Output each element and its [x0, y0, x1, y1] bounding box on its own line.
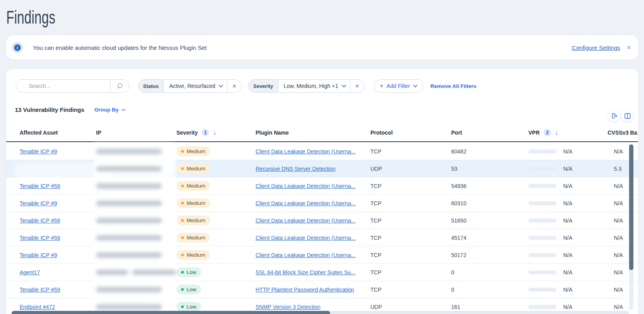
port-value: 0	[451, 269, 528, 276]
column-header-port[interactable]: Port	[451, 130, 528, 136]
column-header-severity[interactable]: Severity 1 ↓	[176, 129, 256, 136]
asset-link[interactable]: Tenable ICP #9	[20, 148, 57, 155]
sort-desc-arrow-icon[interactable]: ↓	[213, 129, 216, 136]
severity-filter-remove-icon[interactable]: ✕	[350, 80, 364, 92]
remove-all-filters-link[interactable]: Remove All Filters	[430, 83, 476, 89]
banner-message: You can enable automatic cloud updates f…	[33, 44, 207, 51]
search-input[interactable]	[16, 83, 110, 89]
severity-dot-icon	[181, 305, 184, 308]
asset-link[interactable]: Tenable ICP #59	[20, 217, 60, 224]
vpr-cell: N/A	[528, 200, 608, 206]
plugin-link[interactable]: Client Data Leakage Detection (Userna...	[256, 252, 356, 258]
asset-link[interactable]: Agent17	[20, 269, 40, 276]
protocol-value: TCP	[370, 217, 451, 224]
plugin-link[interactable]: SNMP Version 3 Detection	[256, 304, 321, 310]
column-header-affected-asset[interactable]: Affected Asset	[20, 130, 96, 136]
protocol-value: TCP	[370, 183, 451, 189]
table-row[interactable]: Medium Recursive DNS Server Detection UD…	[6, 160, 638, 177]
column-header-protocol[interactable]: Protocol	[370, 130, 451, 136]
table-actions	[608, 110, 633, 122]
vpr-value: N/A	[563, 166, 572, 172]
info-banner: i You can enable automatic cloud updates…	[6, 35, 638, 60]
vpr-value: N/A	[563, 269, 572, 276]
asset-link[interactable]: Tenable ICP #59	[20, 183, 60, 189]
table-header: Affected Asset IP Severity 1 ↓ Plugin Na…	[6, 124, 638, 142]
protocol-value: TCP	[370, 287, 451, 293]
protocol-value: TCP	[370, 252, 451, 258]
sort-desc-arrow-icon[interactable]: ↓	[555, 129, 558, 136]
plugin-link[interactable]: Client Data Leakage Detection (Userna...	[256, 235, 356, 241]
vpr-value: N/A	[563, 200, 572, 206]
protocol-value: TCP	[370, 269, 451, 276]
table-row[interactable]: Agent17 Low SSL 64-bit Block Size Cipher…	[6, 264, 638, 281]
add-filter-button[interactable]: + Add Filter	[374, 79, 423, 93]
export-icon[interactable]	[608, 110, 620, 122]
plugin-link[interactable]: Recursive DNS Server Detection	[256, 166, 336, 172]
plugin-link[interactable]: Client Data Leakage Detection (Userna...	[256, 183, 356, 189]
columns-icon[interactable]	[622, 110, 633, 122]
group-by-dropdown[interactable]: Group By	[94, 107, 125, 113]
status-filter-label: Status	[138, 80, 164, 92]
plugin-link[interactable]: Client Data Leakage Detection (Userna...	[256, 148, 356, 155]
table-row[interactable]: Tenable ICP #59 Medium Client Data Leaka…	[6, 229, 638, 246]
search-icon[interactable]	[111, 80, 129, 92]
chevron-down-icon	[122, 109, 125, 111]
severity-badge: Medium	[176, 164, 210, 173]
plugin-link[interactable]: SSL 64-bit Block Size Cipher Suites Su..…	[256, 269, 356, 276]
column-header-cvssv3[interactable]: CVSSv3 Ba	[608, 130, 638, 136]
vertical-scrollbar-thumb[interactable]	[629, 144, 633, 270]
info-icon: i	[12, 42, 23, 53]
severity-dot-icon	[181, 271, 184, 274]
table-row[interactable]: Tenable ICP #9 Medium Client Data Leakag…	[6, 246, 638, 264]
asset-link[interactable]: Tenable ICP #59	[20, 235, 60, 241]
findings-panel: Status Active, Resurfaced ✕ Severity Low…	[6, 69, 638, 314]
sort-order-badge: 1	[201, 129, 209, 136]
chevron-down-icon	[413, 85, 417, 88]
vpr-value: N/A	[563, 252, 572, 258]
severity-dot-icon	[181, 219, 184, 222]
column-header-plugin-name[interactable]: Plugin Name	[256, 130, 370, 136]
table-row[interactable]: Tenable ICP #59 Medium Client Data Leaka…	[6, 212, 638, 229]
horizontal-scrollbar-thumb[interactable]	[12, 311, 330, 314]
severity-badge: Low	[176, 267, 201, 277]
vpr-cell: N/A	[528, 252, 608, 258]
asset-link[interactable]: Tenable ICP #59	[20, 287, 60, 293]
plugin-link[interactable]: HTTP Plaintext Password Authentication	[256, 287, 354, 293]
asset-link[interactable]: Tenable ICP #9	[20, 200, 57, 206]
redacted-vpr-bar	[528, 201, 557, 205]
plugin-link[interactable]: Client Data Leakage Detection (Userna...	[256, 200, 356, 206]
redacted-vpr-bar	[528, 305, 557, 309]
plugin-link[interactable]: Client Data Leakage Detection (Userna...	[256, 217, 356, 224]
vpr-value: N/A	[563, 235, 572, 241]
port-value: 161	[451, 304, 528, 310]
cvssv3-value: N/A	[608, 217, 638, 224]
configure-settings-link[interactable]: Configure Settings	[572, 44, 620, 51]
vpr-value: N/A	[563, 148, 572, 155]
severity-badge: Medium	[176, 233, 210, 243]
banner-close-icon[interactable]: ✕	[626, 44, 631, 51]
asset-link[interactable]: Tenable ICP #9	[20, 252, 57, 258]
search-box[interactable]	[16, 79, 129, 93]
table-row[interactable]: Tenable ICP #9 Medium Client Data Leakag…	[6, 143, 638, 160]
status-filter-value[interactable]: Active, Resurfaced	[164, 80, 227, 92]
severity-filter-label: Severity	[249, 80, 278, 92]
table-row[interactable]: Tenable ICP #9 Medium Client Data Leakag…	[6, 195, 638, 212]
redacted-vpr-bar	[528, 236, 557, 240]
protocol-value: UDP	[370, 304, 451, 310]
vpr-cell: N/A	[528, 287, 608, 293]
asset-link[interactable]: Endpoint #472	[20, 304, 55, 310]
vpr-cell: N/A	[528, 166, 608, 172]
vpr-cell: N/A	[528, 235, 608, 241]
column-header-ip[interactable]: IP	[96, 130, 176, 136]
vertical-scrollbar[interactable]	[629, 144, 633, 310]
table-row[interactable]: Tenable ICP #59 Low HTTP Plaintext Passw…	[6, 281, 638, 298]
status-filter-remove-icon[interactable]: ✕	[227, 80, 241, 92]
table-row[interactable]: Tenable ICP #59 Medium Client Data Leaka…	[6, 177, 638, 195]
column-header-vpr[interactable]: VPR 2 ↓	[528, 129, 608, 136]
severity-badge: Medium	[176, 250, 210, 260]
cvssv3-value: N/A	[608, 235, 638, 241]
severity-filter-value[interactable]: Low, Medium, High +1	[278, 80, 350, 92]
plus-icon: +	[380, 83, 383, 89]
horizontal-scrollbar[interactable]	[11, 311, 629, 314]
redacted-vpr-bar	[528, 270, 557, 274]
